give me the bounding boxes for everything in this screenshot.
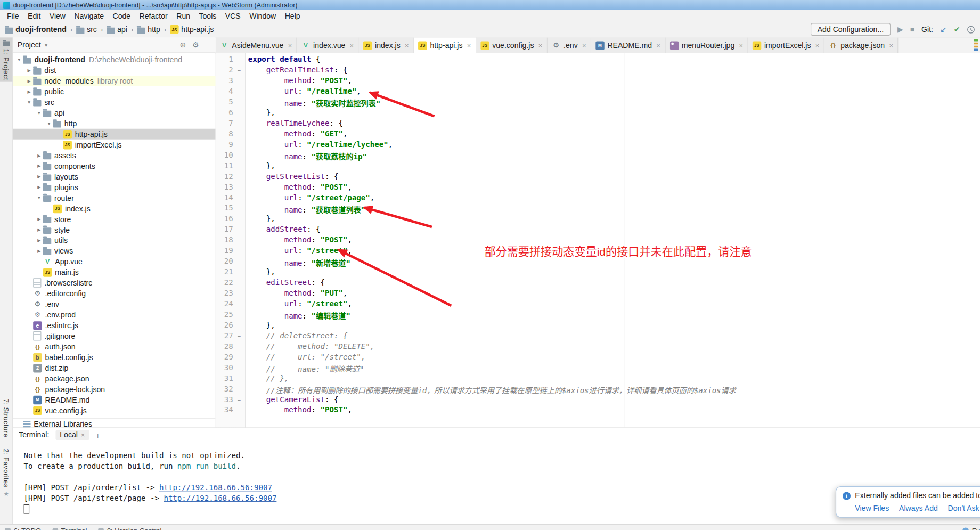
tree-item-duoji-frontend[interactable]: ▼duoji-frontendD:\zheheWeb\duoji-fronten…	[12, 54, 215, 65]
chevron-icon[interactable]: ▶	[35, 238, 43, 243]
tree-item-.browserslistrc[interactable]: .browserslistrc	[12, 278, 215, 288]
breadcrumb-duoji-frontend[interactable]: duoji-frontend	[5, 25, 66, 34]
settings-gear-icon[interactable]: ⚙	[192, 40, 199, 49]
tree-item-http-api.js[interactable]: JShttp-api.js	[12, 129, 215, 140]
fold-marker-icon[interactable]: −	[233, 278, 245, 289]
fold-marker-icon[interactable]: −	[233, 331, 245, 342]
tree-item-package.json[interactable]: {}package.json	[12, 373, 215, 384]
tree-item-index.js[interactable]: JSindex.js	[12, 203, 215, 214]
tree-item-utils[interactable]: ▶utils	[12, 235, 215, 246]
chevron-icon[interactable]: ▼	[25, 100, 33, 104]
hide-panel-icon[interactable]: ─	[205, 40, 210, 49]
close-icon[interactable]: ×	[81, 431, 85, 439]
breadcrumb-api[interactable]: api	[107, 25, 127, 34]
tree-item-store[interactable]: ▶store	[12, 214, 215, 224]
tree-item-importexcel.js[interactable]: JSimportExcel.js	[12, 140, 215, 150]
tree-item-style[interactable]: ▶style	[12, 224, 215, 235]
chevron-icon[interactable]: ▶	[35, 185, 43, 190]
chevron-icon[interactable]: ▶	[35, 217, 43, 222]
editor-tab-package.json[interactable]: {}package.json×	[824, 37, 899, 53]
event-log-button[interactable]: Event Log	[962, 527, 980, 530]
editor-tab-.env[interactable]: ⚙.env×	[548, 37, 591, 53]
fold-marker-icon[interactable]: −	[233, 66, 245, 76]
chevron-icon[interactable]: ▼	[35, 111, 43, 115]
tool-button-project[interactable]: 1: Project	[0, 37, 12, 82]
menu-view[interactable]: View	[45, 12, 70, 20]
tree-item-node-modules[interactable]: ▶node_moduleslibrary root	[12, 76, 215, 86]
menu-navigate[interactable]: Navigate	[70, 12, 108, 20]
terminal-link[interactable]: http://192.168.66.56:9007	[159, 483, 272, 492]
git-update-icon[interactable]: ↙	[940, 26, 947, 34]
editor-tab-asidemenu.vue[interactable]: VAsideMenu.vue×	[216, 37, 297, 53]
close-icon[interactable]: ×	[350, 42, 354, 49]
tree-item-app.vue[interactable]: VApp.vue	[12, 256, 215, 267]
chevron-icon[interactable]: ▶	[35, 153, 43, 158]
tree-item-views[interactable]: ▶views	[12, 246, 215, 256]
terminal-tab-local[interactable]: Local ×	[55, 430, 89, 440]
notification-action-view-files[interactable]: View Files	[855, 504, 889, 512]
code-editor[interactable]: 1−export default {2− getRealTimeList: {3…	[216, 53, 980, 428]
tree-item-.env.prod[interactable]: ⚙.env.prod	[12, 309, 215, 320]
chevron-icon[interactable]: ▶	[35, 164, 43, 168]
menu-file[interactable]: File	[3, 12, 23, 20]
editor-tab-menurouter.jpg[interactable]: menuRouter.jpg×	[665, 37, 748, 53]
chevron-icon[interactable]: ▼	[35, 195, 43, 200]
status-terminal[interactable]: Terminal	[52, 527, 87, 530]
close-icon[interactable]: ×	[656, 42, 660, 49]
tree-item-api[interactable]: ▼api	[12, 108, 215, 118]
project-panel-title[interactable]: Project	[18, 40, 41, 49]
terminal-link[interactable]: http://192.168.66.56:9007	[164, 494, 276, 502]
menu-refactor[interactable]: Refactor	[135, 12, 172, 20]
tree-item-public[interactable]: ▶public	[12, 86, 215, 97]
tree-item-.editorconfig[interactable]: ⚙.editorconfig	[12, 288, 215, 299]
tree-item-components[interactable]: ▶components	[12, 161, 215, 172]
fold-marker-icon[interactable]: −	[233, 119, 245, 129]
close-icon[interactable]: ×	[288, 42, 292, 49]
chevron-icon[interactable]: ▶	[35, 227, 43, 232]
close-icon[interactable]: ×	[889, 42, 893, 49]
chevron-icon[interactable]: ▶	[25, 78, 33, 83]
tree-item-src[interactable]: ▼src	[12, 97, 215, 108]
chevron-icon[interactable]: ▶	[25, 89, 33, 94]
add-configuration-button[interactable]: Add Configuration...	[811, 23, 891, 35]
chevron-icon[interactable]: ▼	[45, 121, 53, 126]
menu-tools[interactable]: Tools	[194, 12, 220, 20]
breadcrumb-http[interactable]: http	[137, 25, 160, 34]
status-6-todo[interactable]: 6: TODO	[5, 527, 41, 530]
close-icon[interactable]: ×	[405, 42, 409, 49]
breadcrumb-src[interactable]: src	[76, 25, 97, 34]
tool-button-favorites[interactable]: 2: Favorites ★	[0, 447, 12, 499]
menu-run[interactable]: Run	[172, 12, 194, 20]
menu-code[interactable]: Code	[108, 12, 135, 20]
tree-item-router[interactable]: ▼router	[12, 192, 215, 203]
tree-item-dist.zip[interactable]: Zdist.zip	[12, 363, 215, 373]
close-icon[interactable]: ×	[467, 42, 471, 49]
fold-marker-icon[interactable]: −	[233, 225, 245, 235]
locate-file-icon[interactable]: ⊕	[180, 40, 186, 49]
close-icon[interactable]: ×	[815, 42, 820, 49]
fold-marker-icon[interactable]: −	[233, 55, 245, 66]
tree-item-readme.md[interactable]: MREADME.md	[12, 394, 215, 405]
editor-tab-importexcel.js[interactable]: JSimportExcel.js×	[748, 37, 824, 53]
tree-item-http[interactable]: ▼http	[12, 118, 215, 129]
chevron-icon[interactable]: ▶	[25, 68, 33, 72]
chevron-icon[interactable]: ▶	[35, 174, 43, 179]
tree-item-main.js[interactable]: JSmain.js	[12, 267, 215, 278]
tree-item-package-lock.json[interactable]: {}package-lock.json	[12, 384, 215, 395]
menu-window[interactable]: Window	[245, 12, 281, 20]
tree-item-assets[interactable]: ▶assets	[12, 150, 215, 161]
breadcrumb-http-api.js[interactable]: JShttp-api.js	[170, 25, 214, 34]
notification-action-always-add[interactable]: Always Add	[899, 504, 938, 512]
editor-tab-readme.md[interactable]: MREADME.md×	[591, 37, 665, 53]
fold-marker-icon[interactable]: −	[233, 172, 245, 183]
tree-item-dist[interactable]: ▶dist	[12, 65, 215, 76]
menu-vcs[interactable]: VCS	[221, 12, 245, 20]
git-commit-icon[interactable]: ✔	[954, 26, 960, 33]
tree-item-.gitignore[interactable]: .gitignore	[12, 331, 215, 341]
editor-tab-vue.config.js[interactable]: JSvue.config.js×	[476, 37, 548, 53]
terminal-output[interactable]: Note that the development build is not o…	[12, 442, 980, 515]
run-icon[interactable]: ▶	[897, 26, 903, 33]
chevron-icon[interactable]: ▶	[35, 248, 43, 253]
menu-edit[interactable]: Edit	[23, 12, 45, 20]
tool-button-structure[interactable]: 7: Structure	[0, 397, 12, 439]
